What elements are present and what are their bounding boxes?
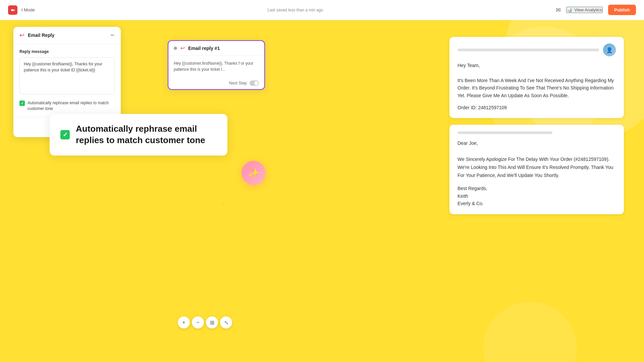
canvas: ↩ Email Reply ✏ Reply message Hey {{cust… [0,20,644,362]
topbar-left: ⬅ t Mode [8,5,35,15]
tooltip-text: Automatically rephrase email replies to … [76,123,217,146]
right-cards: 👤 Hey Team, It's Been More Than A Week A… [449,37,624,214]
reply-bar-line [458,131,552,134]
reply-name: Keith [458,192,616,200]
reply-email-body: Dear Joe, We Sincerely Apologize For The… [458,139,616,207]
tooltip-card: Automatically rephrase email replies to … [50,114,227,156]
zoom-out-button[interactable]: − [192,316,204,328]
customer-body-text: It's Been More Than A Week And I've Not … [458,77,616,99]
node-icon: ↩ [180,45,185,51]
reply-company: Everly & Co. [458,200,616,207]
node-header: ↩ Email reply #1 [168,41,264,56]
reply-card-header [458,131,616,134]
card-bar-line [458,49,599,51]
sparkle-dot-3: ✦ [221,201,225,206]
panel-body: Reply message Hey {{customer.firstName}}… [13,44,121,117]
publish-button[interactable]: Publish [608,5,636,15]
reply-greeting: Dear Joe, [458,139,616,147]
reply-textarea[interactable]: Hey {{customer.firstName}}, Thanks for y… [19,57,115,94]
sparkle-dot-2: ✦ [260,194,262,198]
notification-icon[interactable]: ✉ [556,6,561,14]
grid-button[interactable]: ⊞ [206,316,218,328]
email-node-card: ↩ Email reply #1 Hey {{customer.firstNam… [168,40,265,90]
email-reply-icon: ↩ [19,32,24,39]
customer-email-body: Hey Team, It's Been More Than A Week And… [458,62,616,111]
node-title: Email reply #1 [188,46,220,51]
reply-body-text: We Sincerely Apologize For The Delay Wit… [458,156,616,179]
tooltip-checkbox-icon [60,130,70,139]
node-preview: Hey {{customer.firstName}}, Thanks f or … [174,60,259,72]
reply-regards: Best Regards, [458,185,616,192]
topbar-right: ✉ 📊 View Analytics Publish [556,5,636,15]
next-step-toggle[interactable] [250,80,259,86]
panel-title: Email Reply [28,33,107,38]
view-analytics-label: View Analytics [574,7,602,12]
logo-icon: ⬅ [8,5,17,15]
avatar-image: 👤 [603,44,616,56]
view-analytics-button[interactable]: 📊 View Analytics [566,7,603,13]
reply-message-label: Reply message [19,49,115,54]
node-dot [174,47,177,50]
ai-sparkle-button[interactable]: ✨ [241,161,266,185]
node-body: Hey {{customer.firstName}}, Thanks f or … [168,56,264,77]
expand-button[interactable]: ⤡ [220,316,232,328]
reply-signature: Best Regards, Keith Everly & Co. [458,185,616,207]
topbar-center: Last saved less than a min ago [35,8,556,12]
analytics-icon: 📊 [567,7,572,12]
topbar: ⬅ t Mode Last saved less than a min ago … [0,0,644,20]
customer-greeting: Hey Team, [458,62,616,69]
customer-email-card: 👤 Hey Team, It's Been More Than A Week A… [449,37,624,118]
customer-order-id: Order ID: 24812597109 [458,104,616,111]
reply-email-card: Dear Joe, We Sincerely Apologize For The… [449,125,624,214]
avatar: 👤 [603,44,616,56]
topbar-mode-label: t Mode [21,7,35,12]
canvas-toolbar: + − ⊞ ⤡ [178,316,232,328]
edit-icon[interactable]: ✏ [111,33,115,38]
sparkle-icon: ✨ [248,168,260,179]
autosave-label: Last saved less than a min ago [268,8,323,12]
node-footer: Next Step [168,77,264,89]
card-header-bar: 👤 [458,44,616,56]
zoom-in-button[interactable]: + [178,316,190,328]
checkbox-row: Automatically rephrase email replies to … [19,100,115,112]
rephrase-checkbox[interactable] [19,101,25,106]
checkbox-label: Automatically rephrase email replies to … [28,100,115,112]
panel-header: ↩ Email Reply ✏ [13,27,121,44]
next-step-label: Next Step [229,81,247,85]
